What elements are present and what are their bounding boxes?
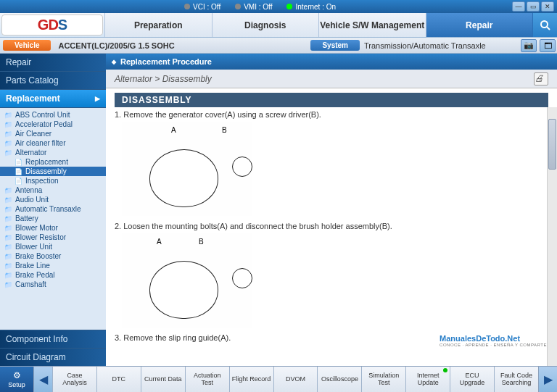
svg-line-1 <box>547 27 550 30</box>
camera-icon[interactable]: 📷 <box>521 39 537 52</box>
section-heading: DISASSEMBLY <box>115 93 548 107</box>
sidebar-component-info[interactable]: Component Info <box>0 330 106 348</box>
setup-button[interactable]: Setup <box>0 367 33 392</box>
window-titlebar: VCI : Off VMI : Off Internet : On — ▭ ✕ <box>0 0 557 13</box>
content-panel-title: Replacement Procedure <box>106 54 557 70</box>
bottom-tab-fault-code-searching[interactable]: Fault Code Searching <box>494 367 538 392</box>
sidebar-circuit-diagram[interactable]: Circuit Diagram <box>0 348 106 366</box>
bottom-tab-current-data[interactable]: Current Data <box>141 367 185 392</box>
tree-item[interactable]: Blower Motor <box>0 223 106 233</box>
step-figure: A B <box>122 122 252 216</box>
system-text: Transmission/Automatic Transaxle <box>360 41 519 50</box>
tree-item[interactable]: Brake Booster <box>0 251 106 261</box>
tree-sub-inspection[interactable]: Inspection <box>0 176 106 185</box>
search-button[interactable] <box>532 13 557 37</box>
search-icon <box>540 20 551 31</box>
breadcrumb: Alternator > Disassembly 🖨 <box>106 70 557 88</box>
tree-item[interactable]: Blower Resistor <box>0 233 106 242</box>
status-group: VCI : Off VMI : Off Internet : On <box>184 3 336 11</box>
tree-item-alternator[interactable]: Alternator <box>0 148 106 157</box>
tree-item[interactable]: Battery <box>0 214 106 223</box>
bottom-tab-actuation-test[interactable]: Actuation Test <box>185 367 229 392</box>
document-body[interactable]: 1. Remove the generator cover(A) using a… <box>106 107 557 366</box>
bottom-tab-simulation-test[interactable]: Simulation Test <box>361 367 405 392</box>
system-select-button[interactable]: System <box>310 40 360 51</box>
step-text: 1. Remove the generator cover(A) using a… <box>115 110 548 119</box>
tree-item[interactable]: Blower Unit <box>0 242 106 251</box>
tree-sub-replacement[interactable]: Replacement <box>0 157 106 167</box>
maximize-button[interactable]: ▭ <box>527 1 540 12</box>
sidebar-tree[interactable]: ABS Control Unit Accelerator Pedal Air C… <box>0 108 106 330</box>
svg-point-0 <box>541 21 548 28</box>
print-button[interactable]: 🖨 <box>534 72 548 86</box>
breadcrumb-text: Alternator > Disassembly <box>115 74 212 84</box>
sidebar-replacement[interactable]: Replacement <box>0 90 106 108</box>
tree-sub-disassembly[interactable]: Disassembly <box>0 167 106 176</box>
tree-item[interactable]: Antenna <box>0 185 106 195</box>
bottom-tab-dvom[interactable]: DVOM <box>273 367 318 392</box>
vehicle-select-button[interactable]: Vehicle <box>3 40 51 51</box>
bottom-tabs: Case Analysis DTC Current Data Actuation… <box>52 367 538 392</box>
bottom-tab-flight-record[interactable]: Flight Record <box>229 367 273 392</box>
vehicle-text: ACCENT(LC)/2005/G 1.5 SOHC <box>54 41 178 50</box>
main-area: Repair Parts Catalog Replacement ABS Con… <box>0 54 557 366</box>
main-header: GDS Preparation Diagnosis Vehicle S/W Ma… <box>0 13 557 38</box>
content-panel: Replacement Procedure Alternator > Disas… <box>106 54 557 366</box>
sidebar-repair[interactable]: Repair <box>0 54 106 72</box>
step-2: 2. Loosen the mounting bolts(A) and disc… <box>115 222 548 328</box>
tree-item[interactable]: ABS Control Unit <box>0 110 106 120</box>
bottom-toolbar: Setup ◀ Case Analysis DTC Current Data A… <box>0 366 557 392</box>
tree-item[interactable]: Accelerator Pedal <box>0 120 106 129</box>
watermark: ManualesDeTodo.Net CONOCE · APRENDE · EN… <box>440 334 547 347</box>
window-icon[interactable]: 🗔 <box>540 39 556 52</box>
bottom-tab-internet-update[interactable]: Internet Update <box>405 367 450 392</box>
nav-forward-button[interactable]: ▶ <box>538 367 557 392</box>
tree-item[interactable]: Air Cleaner <box>0 129 106 138</box>
tab-repair[interactable]: Repair <box>426 13 533 37</box>
status-vmi: VMI : Off <box>235 3 272 11</box>
nav-back-button[interactable]: ◀ <box>33 367 52 392</box>
app-logo: GDS <box>1 14 103 36</box>
scrollbar[interactable] <box>547 107 557 366</box>
close-button[interactable]: ✕ <box>541 1 554 12</box>
scroll-thumb[interactable] <box>548 119 556 170</box>
minimize-button[interactable]: — <box>512 1 525 12</box>
tree-item[interactable]: Brake Pedal <box>0 270 106 280</box>
tree-item[interactable]: Automatic Transaxle <box>0 204 106 214</box>
tab-vehicle-sw-management[interactable]: Vehicle S/W Management <box>318 13 426 37</box>
step-1: 1. Remove the generator cover(A) using a… <box>115 110 548 216</box>
status-vci: VCI : Off <box>184 3 220 11</box>
bottom-tab-oscilloscope[interactable]: Oscilloscope <box>317 367 361 392</box>
tab-diagnosis[interactable]: Diagnosis <box>212 13 319 37</box>
sidebar-parts-catalog[interactable]: Parts Catalog <box>0 72 106 90</box>
tree-item[interactable]: Air cleaner filter <box>0 138 106 148</box>
bottom-tab-dtc[interactable]: DTC <box>96 367 141 392</box>
status-internet: Internet : On <box>286 3 336 11</box>
sidebar: Repair Parts Catalog Replacement ABS Con… <box>0 54 106 366</box>
tree-item[interactable]: Brake Line <box>0 261 106 270</box>
bottom-tab-ecu-upgrade[interactable]: ECU Upgrade <box>450 367 494 392</box>
vehicle-info-bar: Vehicle ACCENT(LC)/2005/G 1.5 SOHC Syste… <box>0 38 557 54</box>
tab-preparation[interactable]: Preparation <box>104 13 212 37</box>
step-text: 2. Loosen the mounting bolts(A) and disc… <box>115 222 548 230</box>
step-figure: A B <box>122 233 252 328</box>
tree-item[interactable]: Audio Unit <box>0 195 106 204</box>
bottom-tab-case-analysis[interactable]: Case Analysis <box>52 367 96 392</box>
tree-item[interactable]: Camshaft <box>0 280 106 289</box>
